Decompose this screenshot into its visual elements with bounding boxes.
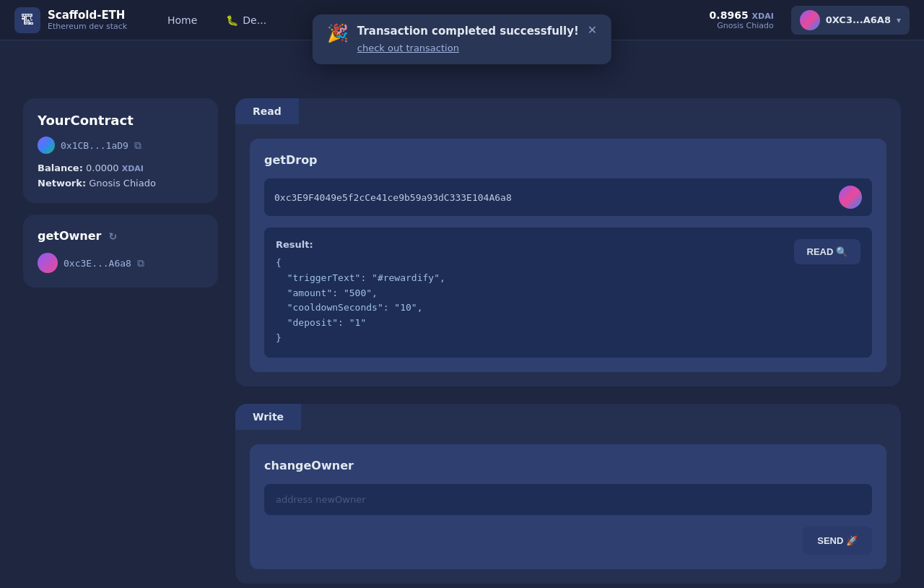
balance-row: Balance: 0.0000 XDAI (38, 163, 204, 173)
tab-read[interactable]: Read (235, 98, 299, 124)
main-content: Read getDrop 0xc3E9F4049e5f2cCe41ce9b59a… (235, 98, 901, 584)
close-icon[interactable]: ✕ (588, 25, 597, 36)
network-display: Gnosis Chiado (717, 21, 773, 30)
owner-address-text: 0xc3E...A6a8 (64, 258, 131, 269)
nav-debug-link[interactable]: 🐛 De... (220, 12, 272, 29)
get-drop-title: getDrop (264, 153, 872, 167)
app-subtitle: Ethereum dev stack (48, 22, 127, 31)
owner-address-row: 0xc3E...A6a8 ⧉ (38, 253, 204, 273)
sidebar: YourContract 0x1CB...1aD9 ⧉ Balance: 0.0… (23, 98, 218, 584)
chevron-down-icon: ▾ (897, 15, 901, 25)
notification-banner: 🎉 Transaction completed successfully! ch… (313, 14, 611, 64)
result-area: Result: { "triggerText": "#rewardify", "… (264, 228, 872, 358)
balance-display: 0.8965 XDAI (710, 9, 774, 21)
debug-icon: 🐛 (226, 14, 238, 26)
notification-link[interactable]: check out transaction (357, 43, 459, 53)
nav-home-link[interactable]: Home (162, 12, 203, 29)
notification-content: Transaction completed successfully! chec… (357, 25, 579, 54)
result-code: { "triggerText": "#rewardify", "amount":… (276, 256, 783, 346)
get-owner-card: getOwner ↻ 0xc3E...A6a8 ⧉ (23, 215, 218, 287)
logo-icon: 🏗 (14, 7, 40, 33)
read-section-body: getDrop 0xc3E9F4049e5f2cCe41ce9b59a93dC3… (235, 124, 901, 386)
read-button[interactable]: READ 🔍 (794, 239, 860, 264)
contract-card: YourContract 0x1CB...1aD9 ⧉ Balance: 0.0… (23, 98, 218, 203)
copy-owner-icon[interactable]: ⧉ (137, 257, 144, 269)
notification-title: Transaction completed successfully! (357, 25, 579, 38)
contract-info: Balance: 0.0000 XDAI Network: Gnosis Chi… (38, 163, 204, 189)
get-drop-card: getDrop 0xc3E9F4049e5f2cCe41ce9b59a93dC3… (250, 139, 886, 372)
read-section: Read getDrop 0xc3E9F4049e5f2cCe41ce9b59a… (235, 98, 901, 386)
contract-address-row: 0x1CB...1aD9 ⧉ (38, 137, 204, 154)
wallet-button[interactable]: 0XC3...A6A8 ▾ (791, 6, 910, 35)
wallet-avatar (800, 10, 820, 30)
copy-icon[interactable]: ⧉ (134, 139, 141, 152)
home-label: Home (167, 14, 197, 26)
write-section: Write changeOwner SEND 🚀 (235, 404, 901, 584)
get-owner-title: getOwner ↻ (38, 229, 204, 243)
change-owner-title: changeOwner (264, 459, 872, 472)
main-layout: YourContract 0x1CB...1aD9 ⧉ Balance: 0.0… (0, 40, 924, 588)
nav-logo: 🏗 Scaffold-ETH Ethereum dev stack (14, 7, 144, 33)
network-row: Network: Gnosis Chiado (38, 178, 204, 189)
send-row: SEND 🚀 (264, 527, 872, 555)
refresh-icon[interactable]: ↻ (108, 230, 117, 242)
wallet-address: 0XC3...A6A8 (826, 14, 891, 25)
result-content: Result: { "triggerText": "#rewardify", "… (276, 239, 783, 346)
send-button[interactable]: SEND 🚀 (803, 527, 872, 555)
result-label: Result: (276, 239, 783, 250)
write-section-body: changeOwner SEND 🚀 (235, 430, 901, 584)
navbar: 🏗 Scaffold-ETH Ethereum dev stack Home 🐛… (0, 0, 924, 40)
address-input-row: 0xc3E9F4049e5f2cCe41ce9b59a93dC333E104A6… (264, 178, 872, 216)
contract-avatar (38, 137, 55, 154)
app-title: Scaffold-ETH (48, 9, 127, 22)
contract-address-text: 0x1CB...1aD9 (61, 140, 128, 151)
contract-name: YourContract (38, 113, 204, 128)
tab-write[interactable]: Write (235, 404, 301, 430)
debug-label: De... (243, 14, 266, 26)
change-owner-card: changeOwner SEND 🚀 (250, 444, 886, 569)
notification-emoji: 🎉 (327, 25, 349, 42)
address-input-avatar (839, 186, 862, 209)
nav-balance: 0.8965 XDAI Gnosis Chiado (710, 9, 774, 30)
address-input-value: 0xc3E9F4049e5f2cCe41ce9b59a93dC333E104A6… (274, 192, 832, 203)
nav-logo-text: Scaffold-ETH Ethereum dev stack (48, 9, 127, 31)
owner-avatar (38, 253, 58, 273)
new-owner-input[interactable] (264, 484, 872, 515)
